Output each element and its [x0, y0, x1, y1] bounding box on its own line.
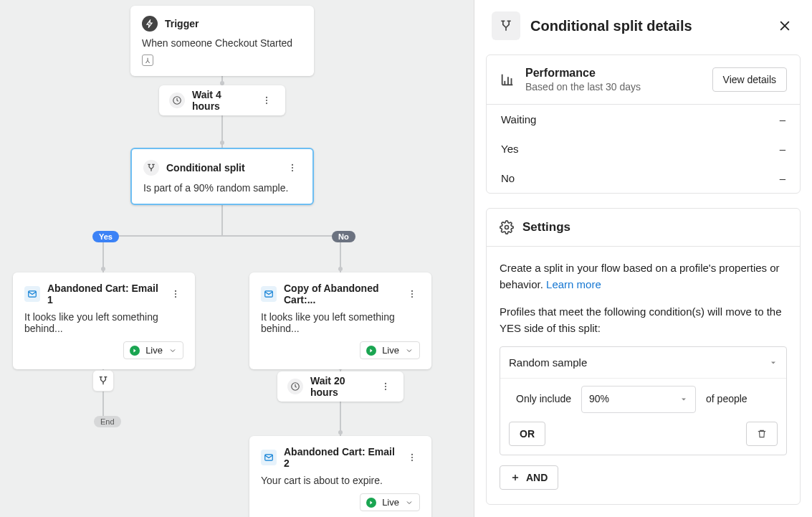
performance-subtitle: Based on the last 30 days — [525, 81, 641, 93]
perf-row-waiting: Waiting – — [487, 105, 800, 134]
status-label: Live — [382, 497, 399, 508]
perf-row-no: No – — [487, 163, 800, 193]
trigger-node[interactable]: Trigger When someone Checkout Started ⅄ — [130, 6, 314, 76]
and-button[interactable]: AND — [500, 465, 558, 490]
wait-label: Wait 4 hours — [192, 89, 251, 112]
csplit-desc: Is part of a 90% random sample. — [143, 182, 301, 194]
email-node-2[interactable]: Copy of Abandoned Cart:... It looks like… — [249, 272, 431, 369]
svg-point-17 — [385, 386, 386, 387]
chevron-down-icon — [405, 346, 414, 355]
details-panel: Conditional split details Performance Ba… — [474, 0, 812, 517]
svg-point-16 — [385, 383, 386, 384]
delete-condition-button[interactable] — [746, 422, 778, 446]
no-badge: No — [332, 231, 355, 242]
panel-title: Conditional split details — [530, 18, 765, 34]
perf-label: Waiting — [501, 113, 536, 125]
wait-node-2[interactable]: Wait 20 hours — [277, 371, 403, 402]
svg-point-8 — [175, 290, 176, 292]
condition-type-select[interactable]: Random sample — [500, 347, 786, 379]
email-node-3[interactable]: Abandoned Cart: Email 2 Your cart is abo… — [249, 436, 431, 517]
svg-point-23 — [505, 226, 509, 229]
perf-value: – — [780, 143, 785, 155]
status-dot-icon — [130, 346, 140, 356]
percent-select[interactable]: 90% — [581, 386, 696, 413]
perf-row-yes: Yes – — [487, 134, 800, 163]
more-button[interactable] — [405, 285, 420, 303]
perf-label: Yes — [501, 143, 518, 155]
svg-point-22 — [411, 460, 413, 461]
settings-desc: Create a split in your flow based on a p… — [500, 260, 787, 293]
perf-value: – — [780, 172, 785, 184]
status-dropdown[interactable]: Live — [360, 341, 420, 359]
mail-icon — [261, 450, 277, 465]
more-button[interactable] — [167, 285, 183, 303]
split-icon — [143, 160, 159, 176]
percent-value: 90% — [589, 392, 609, 407]
csplit-title: Conditional split — [166, 162, 245, 174]
mail-icon — [24, 286, 40, 302]
chevron-down-icon — [769, 359, 778, 367]
plus-icon — [510, 473, 520, 483]
translate-icon: ⅄ — [142, 54, 153, 66]
svg-point-4 — [292, 164, 293, 166]
svg-point-6 — [292, 170, 293, 171]
clock-icon — [169, 93, 185, 108]
clock-icon — [287, 379, 303, 394]
svg-point-13 — [411, 293, 413, 295]
more-button[interactable] — [403, 449, 420, 466]
email-title: Abandoned Cart: Email 1 — [47, 283, 160, 305]
wait-label: Wait 20 hours — [310, 375, 371, 398]
settings-card: Settings Create a split in your flow bas… — [486, 208, 801, 505]
svg-point-10 — [175, 296, 176, 298]
email-node-1[interactable]: Abandoned Cart: Email 1 It looks like yo… — [13, 272, 195, 369]
email-title: Copy of Abandoned Cart:... — [284, 283, 398, 305]
status-dot-icon — [366, 498, 376, 508]
settings-title: Settings — [522, 220, 570, 234]
chevron-down-icon — [168, 346, 177, 355]
and-label: AND — [526, 472, 548, 483]
svg-point-3 — [266, 103, 267, 104]
status-dropdown[interactable]: Live — [360, 493, 420, 511]
more-button[interactable] — [284, 159, 301, 176]
split-icon — [492, 11, 520, 40]
chevron-down-icon — [405, 498, 414, 507]
svg-point-20 — [411, 454, 413, 455]
wait-node-1[interactable]: Wait 4 hours — [159, 85, 285, 115]
end-badge: End — [94, 416, 121, 427]
condition-type-label: Random sample — [509, 354, 587, 371]
condition-block: Random sample Only include 90% of people — [500, 346, 787, 455]
more-button[interactable] — [378, 378, 393, 395]
flow-canvas[interactable]: Trigger When someone Checkout Started ⅄ … — [0, 0, 474, 517]
svg-point-18 — [385, 389, 386, 390]
or-button[interactable]: OR — [509, 422, 545, 446]
status-dot-icon — [366, 346, 376, 356]
more-button[interactable] — [258, 92, 275, 109]
trash-icon — [757, 428, 767, 440]
perf-label: No — [501, 172, 515, 184]
status-label: Live — [382, 345, 399, 356]
performance-card: Performance Based on the last 30 days Vi… — [486, 54, 801, 194]
svg-point-21 — [411, 457, 413, 458]
trigger-title: Trigger — [165, 18, 199, 29]
learn-more-link[interactable]: Learn more — [546, 278, 601, 290]
status-dropdown[interactable]: Live — [123, 341, 183, 359]
gear-icon — [500, 220, 514, 234]
view-details-button[interactable]: View details — [712, 67, 787, 92]
svg-point-5 — [292, 167, 293, 169]
svg-point-12 — [411, 290, 413, 292]
status-label: Live — [145, 345, 163, 356]
email-desc: It looks like you left something behind.… — [24, 311, 183, 334]
conditional-split-node[interactable]: Conditional split Is part of a 90% rando… — [130, 148, 314, 205]
bolt-icon — [142, 16, 158, 32]
svg-point-14 — [411, 296, 413, 298]
chart-icon — [500, 72, 515, 87]
end-split-icon[interactable] — [92, 370, 114, 392]
of-people-label: of people — [706, 392, 747, 407]
email-desc: Your cart is about to expire. — [261, 475, 420, 486]
chevron-down-icon — [679, 395, 688, 404]
condition-intro: Profiles that meet the following conditi… — [500, 303, 787, 337]
mail-icon — [261, 286, 277, 302]
trigger-desc: When someone Checkout Started — [142, 37, 302, 49]
close-button[interactable] — [775, 16, 795, 36]
email-desc: It looks like you left something behind.… — [261, 311, 420, 334]
